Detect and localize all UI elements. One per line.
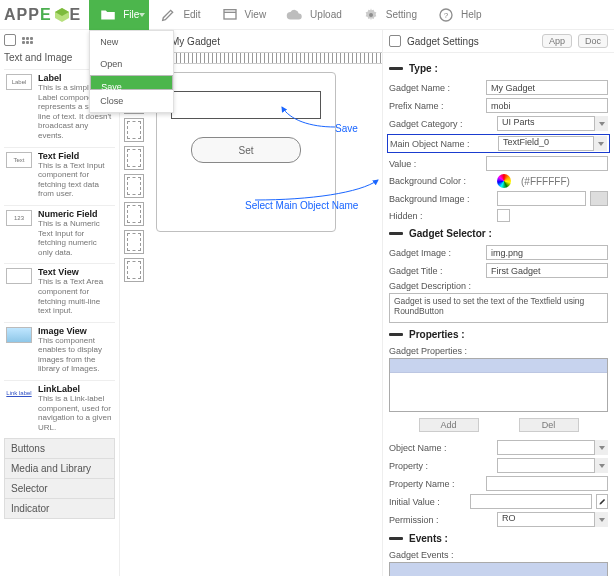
add-button[interactable]: Add: [419, 418, 479, 432]
chevron-down-icon: [594, 512, 608, 527]
main-object-label: Main Object Name :: [390, 139, 494, 149]
design-canvas[interactable]: Set: [156, 72, 336, 232]
collapse-icon[interactable]: [389, 333, 403, 336]
menu-upload[interactable]: Upload: [276, 0, 352, 30]
menu-help[interactable]: ? Help: [427, 0, 492, 30]
prefix-name-input[interactable]: [486, 98, 608, 113]
gadget-name-input[interactable]: [486, 80, 608, 95]
screen-thumb[interactable]: [124, 202, 144, 226]
component-thumb: [6, 268, 32, 284]
component-desc: This component enables to display images…: [38, 336, 113, 374]
component-name: LinkLabel: [38, 384, 113, 394]
collapse-icon[interactable]: [389, 67, 403, 70]
permission-select[interactable]: RO: [497, 512, 608, 527]
logo-pre: APP: [4, 6, 40, 24]
doc-button[interactable]: Doc: [578, 34, 608, 48]
list-view-icon: [4, 34, 16, 46]
menu-help-label: Help: [461, 9, 482, 20]
gadget-properties-list[interactable]: [389, 358, 608, 412]
chevron-down-icon: [594, 440, 608, 455]
chevron-down-icon: [594, 116, 608, 131]
gadget-title-input[interactable]: [486, 263, 608, 278]
file-new[interactable]: New: [90, 31, 173, 53]
menu-setting[interactable]: Setting: [352, 0, 427, 30]
file-open[interactable]: Open: [90, 53, 173, 75]
component-name: Numeric Field: [38, 209, 113, 219]
window-icon: [221, 6, 239, 24]
component-desc: This is a Numeric Text Input for fetchin…: [38, 219, 113, 257]
gadget-name-label: Gadget Name :: [389, 83, 482, 93]
accordion-selector[interactable]: Selector: [4, 478, 115, 498]
del-button[interactable]: Del: [519, 418, 579, 432]
screen-thumb[interactable]: [124, 146, 144, 170]
edit-icon[interactable]: [596, 494, 608, 509]
property-name-input[interactable]: [486, 476, 608, 491]
chevron-down-icon: [594, 458, 608, 473]
initial-value-input[interactable]: [470, 494, 592, 509]
file-dropdown: New Open Save Close: [89, 30, 174, 113]
set-button[interactable]: Set: [191, 137, 301, 163]
gadget-category-label: Gadget Category :: [389, 119, 493, 129]
bgimage-browse-button[interactable]: [590, 191, 608, 206]
component-thumb: Link label: [6, 385, 32, 401]
bgimage-input[interactable]: [497, 191, 586, 206]
gadget-image-input[interactable]: [486, 245, 608, 260]
gadget-image-label: Gadget Image :: [389, 248, 482, 258]
hidden-checkbox[interactable]: [497, 209, 510, 222]
screen-thumb[interactable]: [124, 118, 144, 142]
component-textfield[interactable]: Text Text FieldThis is a Text Input comp…: [4, 147, 115, 205]
object-name-label: Object Name :: [389, 443, 493, 453]
component-thumb: Text: [6, 152, 32, 168]
permission-label: Permission :: [389, 515, 493, 525]
component-imageview[interactable]: Image ViewThis component enables to disp…: [4, 322, 115, 380]
gadget-desc-input[interactable]: Gadget is used to set the text of the Te…: [389, 293, 608, 323]
main-object-select[interactable]: TextField_0: [498, 136, 607, 151]
svg-text:?: ?: [444, 10, 449, 19]
canvas-tabbar: ★ My Gadget: [148, 30, 382, 52]
component-linklabel[interactable]: Link label LinkLabelThis is a Link-label…: [4, 380, 115, 438]
collapse-icon[interactable]: [389, 232, 403, 235]
gadget-settings-panel: Gadget Settings App Doc Type : Gadget Na…: [382, 30, 614, 576]
hidden-label: Hidden :: [389, 211, 493, 221]
bgcolor-label: Background Color :: [389, 176, 493, 186]
component-thumb: 123: [6, 210, 32, 226]
component-textview[interactable]: Text ViewThis is a Text Area component f…: [4, 263, 115, 321]
collapse-icon[interactable]: [389, 537, 403, 540]
panel-icon: [389, 35, 401, 47]
screen-thumb[interactable]: [124, 258, 144, 282]
textfield-widget[interactable]: [171, 91, 321, 119]
object-name-select[interactable]: [497, 440, 608, 455]
section-selector-header: Gadget Selector :: [409, 228, 492, 239]
file-save[interactable]: Save: [90, 75, 173, 90]
section-props-header: Properties :: [409, 329, 465, 340]
value-input[interactable]: [486, 156, 608, 171]
screen-thumb[interactable]: [124, 230, 144, 254]
color-picker-icon[interactable]: [497, 174, 511, 188]
logo-e: E: [40, 6, 52, 24]
svg-rect-2: [224, 9, 236, 18]
component-name: Text Field: [38, 151, 113, 161]
property-select[interactable]: [497, 458, 608, 473]
app-button[interactable]: App: [542, 34, 572, 48]
accordion-indicator[interactable]: Indicator: [4, 498, 115, 519]
gadget-events-list[interactable]: [389, 562, 608, 576]
gadget-events-label: Gadget Events :: [389, 550, 608, 560]
screen-thumb[interactable]: [124, 174, 144, 198]
component-name: Image View: [38, 326, 113, 336]
property-label: Property :: [389, 461, 493, 471]
accordion-buttons[interactable]: Buttons: [4, 438, 115, 458]
component-accordion: Buttons Media and Library Selector Indic…: [4, 438, 115, 519]
menu-view-label: View: [245, 9, 267, 20]
component-numericfield[interactable]: 123 Numeric FieldThis is a Numeric Text …: [4, 205, 115, 263]
gadget-category-select[interactable]: UI Parts: [497, 116, 608, 131]
menu-view[interactable]: View: [211, 0, 277, 30]
canvas-tab-title: My Gadget: [171, 36, 220, 47]
panel-title: Gadget Settings: [407, 36, 479, 47]
component-desc: This is a Text Area component for fetchi…: [38, 277, 113, 315]
initial-value-label: Initial Value :: [389, 497, 466, 507]
menu-file[interactable]: File New Open Save Close: [89, 0, 149, 30]
section-events-header: Events :: [409, 533, 448, 544]
file-close[interactable]: Close: [90, 90, 173, 112]
menu-edit[interactable]: Edit: [149, 0, 210, 30]
accordion-media[interactable]: Media and Library: [4, 458, 115, 478]
